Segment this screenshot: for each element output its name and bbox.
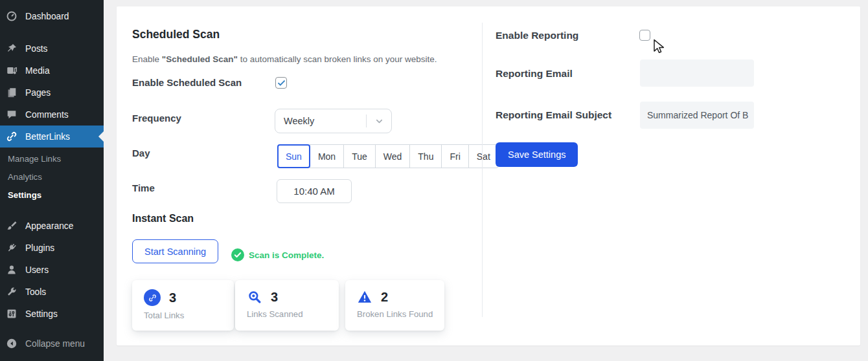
sidebar-item-label: Pages	[25, 88, 51, 98]
settings-panel: Scheduled Scan Enable "Scheduled Scan" t…	[117, 6, 860, 345]
reporting-email-label: Reporting Email	[496, 68, 573, 80]
day-label: Day	[132, 148, 150, 159]
reporting-email-subject-input[interactable]: Summarized Report Of B	[640, 102, 754, 129]
sidebar-item-label: BetterLinks	[25, 132, 70, 142]
day-button-wed[interactable]: Wed	[375, 144, 411, 168]
stat-card-links-scanned: 3 Links Scanned	[235, 280, 339, 331]
description-text: to automatically scan broken links on yo…	[238, 54, 437, 64]
submenu-item-analytics[interactable]: Analytics	[0, 168, 104, 186]
column-divider	[482, 23, 483, 317]
sidebar-item-label: Posts	[25, 44, 48, 54]
sidebar-item-users[interactable]: Users	[0, 259, 104, 281]
sidebar-item-label: Media	[25, 66, 50, 76]
stat-label: Links Scanned	[247, 309, 339, 319]
comments-icon	[5, 108, 18, 121]
day-button-thu[interactable]: Thu	[409, 144, 442, 168]
sidebar-item-pages[interactable]: Pages	[0, 82, 104, 104]
sidebar-item-settings[interactable]: Settings	[0, 303, 104, 325]
start-scanning-button[interactable]: Start Scanning	[132, 239, 218, 263]
frequency-select[interactable]: Weekly	[275, 109, 392, 133]
time-input[interactable]: 10:40 AM	[277, 179, 352, 203]
description-text: Enable	[132, 54, 162, 64]
admin-sidebar: Dashboard Posts Media Pages Comments Bet…	[0, 0, 104, 361]
enable-reporting-checkbox[interactable]	[639, 30, 650, 41]
sliders-icon	[5, 307, 18, 320]
chevron-down-icon	[367, 116, 391, 126]
instant-scan-title: Instant Scan	[132, 213, 194, 224]
search-icon	[247, 289, 262, 305]
pages-icon	[5, 86, 18, 99]
stat-label: Broken Links Found	[357, 309, 444, 319]
enable-scheduled-scan-checkbox[interactable]	[275, 77, 287, 89]
sidebar-item-comments[interactable]: Comments	[0, 104, 104, 126]
day-selector: Sun Mon Tue Wed Thu Fri Sat	[277, 144, 499, 168]
submenu-item-manage-links[interactable]: Manage Links	[0, 150, 104, 168]
day-button-mon[interactable]: Mon	[310, 144, 344, 168]
sidebar-item-label: Dashboard	[25, 12, 69, 21]
stat-card-top: 2	[357, 289, 444, 305]
stat-value: 2	[381, 290, 388, 305]
enable-reporting-label: Enable Reporting	[496, 30, 578, 41]
sidebar-item-label: Appearance	[25, 221, 73, 231]
collapse-arrow-icon	[5, 337, 18, 350]
submenu-item-settings[interactable]: Settings	[0, 186, 104, 204]
brush-icon	[5, 219, 18, 232]
sidebar-item-label: Comments	[25, 110, 69, 120]
stat-card-broken-links: 2 Broken Links Found	[345, 280, 444, 331]
time-label: Time	[132, 182, 155, 193]
sidebar-item-label: Plugins	[25, 243, 54, 253]
stat-label: Total Links	[144, 311, 234, 320]
link-icon	[144, 289, 161, 306]
reporting-email-subject-label: Reporting Email Subject	[496, 109, 611, 121]
betterlinks-submenu: Manage Links Analytics Settings	[0, 148, 104, 210]
menu-separator	[0, 210, 104, 215]
checkmark-icon	[277, 79, 286, 87]
sidebar-item-betterlinks[interactable]: BetterLinks	[0, 126, 104, 148]
success-check-icon	[231, 248, 244, 261]
media-icon	[5, 64, 18, 77]
stat-value: 3	[169, 290, 176, 305]
scheduled-scan-description: Enable "Scheduled Scan" to automatically…	[132, 54, 437, 64]
day-button-sun[interactable]: Sun	[277, 144, 310, 168]
dashboard-icon	[5, 10, 18, 23]
sidebar-item-label: Settings	[25, 309, 58, 319]
sidebar-item-plugins[interactable]: Plugins	[0, 237, 104, 259]
sidebar-item-tools[interactable]: Tools	[0, 281, 104, 303]
day-button-tue[interactable]: Tue	[343, 144, 376, 168]
warning-triangle-icon	[357, 289, 372, 305]
sidebar-item-posts[interactable]: Posts	[0, 38, 104, 60]
description-bold: "Scheduled Scan"	[162, 54, 238, 64]
enable-scheduled-scan-label: Enable Scheduled Scan	[132, 77, 242, 88]
day-button-fri[interactable]: Fri	[441, 144, 468, 168]
stat-card-top: 3	[144, 289, 234, 306]
betterlinks-icon	[5, 130, 18, 143]
save-settings-button[interactable]: Save Settings	[496, 142, 578, 167]
day-button-sat[interactable]: Sat	[468, 144, 499, 168]
sidebar-item-dashboard[interactable]: Dashboard	[0, 5, 104, 27]
scheduled-scan-title: Scheduled Scan	[132, 28, 220, 41]
wrench-icon	[5, 285, 18, 298]
stat-card-total-links: 3 Total Links	[132, 280, 234, 331]
sidebar-item-label: Users	[25, 265, 49, 275]
menu-separator	[0, 27, 104, 38]
frequency-label: Frequency	[132, 113, 181, 124]
pushpin-icon	[5, 42, 18, 55]
stat-value: 3	[271, 290, 278, 305]
sidebar-item-appearance[interactable]: Appearance	[0, 215, 104, 237]
stat-card-top: 3	[247, 289, 339, 305]
scan-status-text: Scan is Complete.	[249, 250, 324, 260]
sidebar-item-media[interactable]: Media	[0, 60, 104, 82]
user-icon	[5, 263, 18, 276]
sidebar-collapse-menu[interactable]: Collapse menu	[0, 333, 104, 355]
sidebar-item-label: Tools	[25, 287, 46, 297]
plug-icon	[5, 241, 18, 254]
frequency-selected-value: Weekly	[275, 116, 366, 126]
sidebar-item-label: Collapse menu	[25, 339, 85, 349]
scan-status: Scan is Complete.	[231, 248, 324, 261]
reporting-email-input[interactable]	[640, 60, 754, 87]
